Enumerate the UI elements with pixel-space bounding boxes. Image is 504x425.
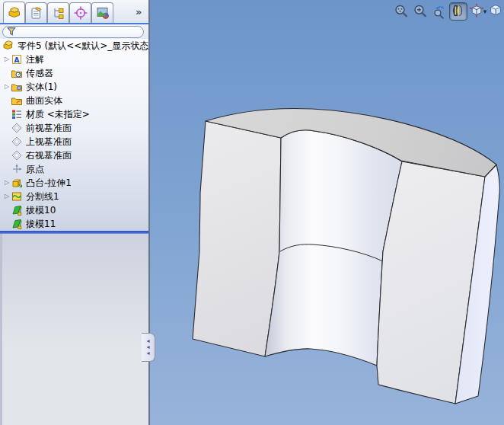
tree-item-label: 曲面实体: [26, 94, 62, 107]
surface-bodies-icon: [11, 94, 23, 107]
tree-item-label: 实体(1): [26, 81, 57, 94]
panel-tab-strip: »: [0, 0, 148, 23]
headsup-button[interactable]: ▾: [468, 2, 486, 21]
graphics-area[interactable]: ▾ ▾ ▾ ▾ ▾: [150, 0, 504, 425]
tree-item-label: 右视基准面: [26, 149, 72, 162]
panel-tab[interactable]: [91, 2, 113, 23]
lower-empty-pane: [0, 234, 148, 425]
tree-item-label: 上视基准面: [26, 136, 72, 149]
panel-tab[interactable]: [3, 2, 25, 23]
featuremanager-tab-icon: [7, 5, 22, 21]
display-style-icon: [488, 3, 504, 20]
expand-arrow-icon[interactable]: ▷: [3, 53, 11, 66]
headsup-button[interactable]: ▾: [487, 2, 504, 21]
featuremanager-panel: » 零件5 (默认<<默认>_显示状态 ▷ A 注解 ▷: [0, 0, 150, 425]
tree-item-label: 注解: [26, 53, 44, 66]
displaymanager-tab-icon: [95, 5, 110, 21]
tree-item[interactable]: ▷ 右视基准面: [0, 149, 148, 162]
tree-item-label: 材质 <未指定>: [26, 108, 90, 121]
dropdown-caret-icon[interactable]: ▾: [483, 8, 487, 15]
plane-icon: [11, 149, 23, 161]
origin-icon: [11, 163, 23, 175]
filter-box[interactable]: [2, 26, 144, 38]
material-icon: [11, 108, 23, 120]
tree-item[interactable]: ▷ 传感器: [0, 66, 148, 80]
headsup-button[interactable]: ▾: [411, 2, 429, 21]
annotations-icon: A: [11, 53, 23, 66]
tree-item-label: 拔模10: [26, 204, 56, 217]
dimxpert-tab-icon: [73, 5, 88, 21]
sensors-icon: [11, 67, 23, 79]
solidworks-window: ▾ ▾ ▾ ▾ ▾: [0, 0, 504, 425]
expand-arrow-icon[interactable]: ▷: [3, 176, 11, 190]
tree-item[interactable]: ▷ 曲面实体: [0, 94, 148, 107]
tree-item-label: 凸台-拉伸1: [26, 177, 72, 190]
headsup-button[interactable]: ▾: [430, 2, 448, 21]
tree-item[interactable]: ▷ 凸台-拉伸1: [0, 176, 148, 190]
view-orientation-icon: [468, 3, 485, 20]
tree-item[interactable]: ▷ 拔模10: [0, 203, 148, 217]
propertymanager-tab-icon: [29, 5, 44, 21]
section-view-icon: [450, 3, 467, 20]
tree-item-label: 拔模11: [26, 218, 56, 231]
headsup-button[interactable]: ▾: [392, 2, 410, 21]
part-model: [150, 0, 504, 425]
tab-overflow-button[interactable]: »: [136, 6, 142, 18]
previous-view-icon: [431, 3, 448, 20]
panel-tab[interactable]: [25, 2, 47, 23]
panel-tab[interactable]: [47, 2, 69, 23]
expand-arrow-icon[interactable]: ▷: [3, 190, 11, 203]
tree-item-label: 原点: [26, 163, 44, 176]
collapse-arrow-icon: ◂: [146, 350, 149, 356]
tree-item[interactable]: ▷ 实体(1): [0, 80, 148, 94]
tree-item[interactable]: ▷ 材质 <未指定>: [0, 107, 148, 121]
tree-item-label: 前视基准面: [26, 122, 72, 135]
filter-funnel-icon[interactable]: [6, 26, 17, 39]
filter-input[interactable]: [17, 27, 143, 37]
zoom-to-area-icon: [412, 3, 429, 20]
zoom-to-fit-icon: [393, 3, 410, 20]
panel-collapse-tab[interactable]: ◂ ◂ ◂: [142, 333, 155, 362]
solid-bodies-icon: [11, 81, 23, 93]
tree-item[interactable]: ▷ 分割线1: [0, 190, 148, 203]
headsup-button[interactable]: ▾: [449, 2, 467, 21]
panel-tab[interactable]: [69, 2, 91, 23]
tree-item[interactable]: ▷ 前视基准面: [0, 121, 148, 135]
part-icon: [2, 40, 14, 52]
tree-item[interactable]: ▷ A 注解: [0, 53, 148, 66]
tree-item-label: 分割线1: [26, 190, 59, 203]
plane-icon: [11, 136, 23, 148]
draft-icon: [11, 204, 23, 216]
expand-arrow-icon[interactable]: ▷: [3, 80, 11, 94]
tree-item[interactable]: ▷ 原点: [0, 162, 148, 176]
tree-item-label: 传感器: [26, 67, 53, 80]
tree-root-item[interactable]: 零件5 (默认<<默认>_显示状态: [0, 39, 148, 53]
headsup-toolbar: ▾ ▾ ▾ ▾ ▾: [392, 2, 504, 21]
split-line-icon: [11, 190, 23, 203]
svg-text:A: A: [14, 56, 20, 64]
draft-icon: [11, 218, 23, 230]
feature-tree: 零件5 (默认<<默认>_显示状态 ▷ A 注解 ▷ 传感器 ▷ 实体: [0, 39, 148, 231]
tree-item[interactable]: ▷ 拔模11: [0, 217, 148, 231]
tree-item[interactable]: ▷ 上视基准面: [0, 135, 148, 149]
model-left-cut-face[interactable]: [193, 121, 281, 356]
plane-icon: [11, 122, 23, 134]
tree-root-label: 零件5 (默认<<默认>_显示状态: [18, 40, 148, 53]
boss-extrude-icon: [11, 177, 23, 189]
configurationmanager-tab-icon: [51, 5, 66, 21]
